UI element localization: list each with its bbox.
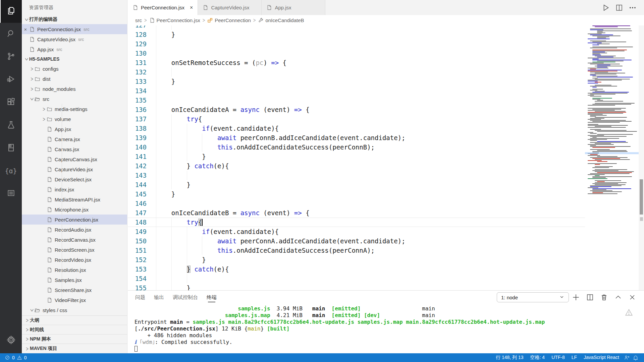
sidebar-section-NPM 脚本[interactable]: >NPM 脚本	[22, 335, 127, 344]
tree-item-index-jsx[interactable]: index.jsx	[22, 184, 127, 194]
breadcrumb-item-PeerConnection[interactable]: PeerConnection	[207, 17, 251, 23]
kill-terminal-button[interactable]	[597, 291, 611, 304]
code-line-155[interactable]: 155}	[128, 283, 585, 290]
tab-CaptureVideo.jsx[interactable]: CaptureVideo.jsx	[198, 0, 262, 15]
tree-item-capterucanvas-jsx[interactable]: CapteruCanvas.jsx	[22, 154, 127, 164]
status-item[interactable]: JavaScript React	[580, 355, 623, 361]
code-line-138[interactable]: 138if(event.candidate){	[128, 124, 585, 133]
code-line-140[interactable]: 140this.onAddIceCandidateSuccess(peerCon…	[128, 142, 585, 152]
code-line-137[interactable]: 137try{	[128, 114, 585, 124]
code-line-127[interactable]: 127	[128, 25, 585, 30]
code-line-130[interactable]: 130	[128, 49, 585, 58]
split-terminal-button[interactable]	[583, 291, 597, 304]
code-line-142[interactable]: 142} catch(e){	[128, 161, 585, 171]
code-line-154[interactable]: 154	[128, 274, 585, 283]
scrollbar-thumb[interactable]	[640, 179, 643, 215]
terminal-output[interactable]: samples.js 3.94 MiB main [emitted] main …	[135, 305, 624, 353]
code-line-148[interactable]: 148try{	[128, 218, 585, 227]
search-activity-button[interactable]	[0, 23, 22, 46]
panel-tab-问题[interactable]: 问题	[135, 291, 145, 304]
tab-close-icon[interactable]: ×	[184, 5, 193, 11]
code-line-133[interactable]: 133}	[128, 77, 585, 86]
tree-item-configs[interactable]: >configs	[22, 64, 127, 74]
code-line-129[interactable]: 129	[128, 39, 585, 49]
run-file-button[interactable]	[599, 0, 612, 15]
tree-item-videofilter-jsx[interactable]: VideoFilter.jsx	[22, 295, 127, 305]
tree-item-screenshare-jsx[interactable]: ScreenShare.jsx	[22, 285, 127, 295]
sidebar-section-时间线[interactable]: >时间线	[22, 325, 127, 335]
code-line-147[interactable]: 147onIceCandidateB = async (event) => {	[128, 208, 585, 218]
test-activity-button[interactable]	[0, 114, 22, 137]
status-item[interactable]: LF	[568, 355, 580, 361]
code-line-153[interactable]: 153} catch(e){	[128, 264, 585, 274]
run-debug-activity-button[interactable]	[0, 68, 22, 91]
code-line-139[interactable]: 139await peerConnB.addIceCandidate(event…	[128, 133, 585, 142]
code-line-141[interactable]: 141}	[128, 152, 585, 161]
open-editor-item[interactable]: ×PeerConnection.jsxsrc	[22, 24, 127, 34]
extensions-activity-button[interactable]	[0, 91, 22, 114]
output-list-activity-button[interactable]	[0, 182, 22, 205]
settings-button[interactable]	[0, 328, 22, 353]
code-line-144[interactable]: 144}	[128, 180, 585, 189]
tree-item-media-settings[interactable]: >media-settings	[22, 104, 127, 114]
tree-item-recordaudio-jsx[interactable]: RecordAudio.jsx	[22, 225, 127, 235]
more-actions-button[interactable]	[626, 0, 639, 15]
code-line-136[interactable]: 136onIceCandidateA = async (event) => {	[128, 105, 585, 114]
tree-item-recordscreen-jsx[interactable]: RecordScreen.jsx	[22, 245, 127, 255]
tab-PeerConnection.jsx[interactable]: PeerConnection.jsx×	[128, 0, 198, 15]
tree-item-deviceselect-jsx[interactable]: DeviceSelect.jsx	[22, 174, 127, 184]
code-line-151[interactable]: 151this.onAddIceCandidateSuccess(peerCon…	[128, 246, 585, 255]
code-line-149[interactable]: 149if(event.candidate){	[128, 227, 585, 236]
problems-status[interactable]: 0 0	[0, 355, 27, 360]
code-line-134[interactable]: 134	[128, 86, 585, 96]
tree-item-src[interactable]: >src	[22, 94, 127, 104]
source-control-activity-button[interactable]	[0, 46, 22, 68]
tree-item-node-modules[interactable]: >node_modules	[22, 84, 127, 94]
tree-item-app-jsx[interactable]: App.jsx	[22, 124, 127, 134]
breadcrumb-item-PeerConnection.jsx[interactable]: PeerConnection.jsx	[149, 17, 200, 23]
tree-item-microphone-jsx[interactable]: Microphone.jsx	[22, 204, 127, 215]
feedback-smiley-icon[interactable]	[623, 353, 631, 362]
code-line-135[interactable]: 135	[128, 96, 585, 105]
close-icon[interactable]: ×	[22, 26, 29, 32]
maximize-panel-button[interactable]	[611, 291, 625, 304]
tree-item-camera-jsx[interactable]: Camera.jsx	[22, 134, 127, 144]
close-panel-button[interactable]	[625, 291, 639, 304]
sidebar-section-大纲[interactable]: >大纲	[22, 316, 127, 325]
open-editors-header[interactable]: > 打开的编辑器	[22, 15, 127, 24]
notifications-bell-icon[interactable]	[631, 353, 640, 362]
open-editor-item[interactable]: CaptureVideo.jsxsrc	[22, 34, 127, 44]
sidebar-section-MAVEN 项目[interactable]: >MAVEN 项目	[22, 344, 127, 353]
tree-item-recordcanvas-jsx[interactable]: RecordCanvas.jsx	[22, 235, 127, 245]
code-line-128[interactable]: 128}	[128, 30, 585, 39]
code-line-146[interactable]: 146	[128, 199, 585, 208]
open-editor-item[interactable]: App.jsxsrc	[22, 44, 127, 54]
tree-item-styles-css[interactable]: >styles / css	[22, 305, 127, 315]
panel-tab-输出[interactable]: 输出	[154, 291, 164, 304]
localization-activity-button[interactable]: {ɑ}	[0, 160, 22, 182]
tree-item-capturevideo-jsx[interactable]: CaptureVideo.jsx	[22, 164, 127, 174]
code-line-150[interactable]: 150await peerConnA.addIceCandidate(event…	[128, 236, 585, 246]
code-line-143[interactable]: 143	[128, 171, 585, 180]
notebook-activity-button[interactable]	[0, 137, 22, 160]
tree-item-samples-jsx[interactable]: Samples.jsx	[22, 275, 127, 285]
code-line-145[interactable]: 145}	[128, 189, 585, 199]
code-line-131[interactable]: 131onSetRemoteSuccess = (pc) => {	[128, 58, 585, 67]
tree-item-peerconnection-jsx[interactable]: PeerConnection.jsx	[22, 215, 127, 225]
tree-item-dist[interactable]: >dist	[22, 74, 127, 84]
code-line-152[interactable]: 152}	[128, 255, 585, 264]
explorer-activity-button[interactable]	[0, 0, 22, 23]
status-item[interactable]: 空格: 4	[527, 355, 548, 361]
split-editor-button[interactable]	[612, 0, 626, 15]
code-editor[interactable]: 127128}129130131onSetRemoteSuccess = (pc…	[128, 25, 585, 290]
new-terminal-button[interactable]	[569, 291, 583, 304]
code-line-132[interactable]: 132	[128, 67, 585, 77]
breadcrumb-item-src[interactable]: src	[135, 17, 142, 23]
tree-item-canvas-jsx[interactable]: Canvas.jsx	[22, 144, 127, 154]
breadcrumb-item-onIceCandidateB[interactable]: onIceCandidateB	[258, 17, 304, 23]
minimap[interactable]	[585, 25, 639, 290]
status-item[interactable]: UTF-8	[548, 355, 568, 361]
terminal-select[interactable]: 1: node	[497, 292, 569, 302]
panel-tab-调试控制台[interactable]: 调试控制台	[173, 291, 198, 304]
panel-tab-终端[interactable]: 终端	[207, 291, 217, 304]
